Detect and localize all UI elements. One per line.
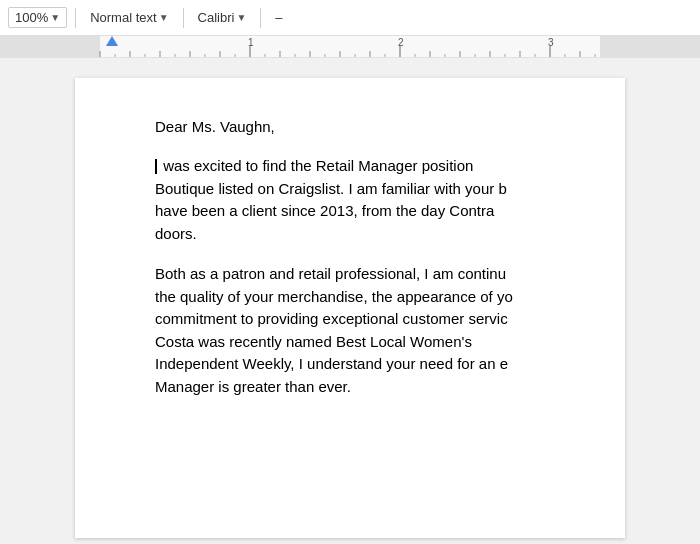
minus-button[interactable]: –: [269, 8, 288, 27]
zoom-value: 100%: [15, 10, 48, 25]
svg-rect-2: [600, 36, 700, 58]
zoom-chevron: ▼: [50, 12, 60, 23]
font-label: Calibri: [198, 10, 235, 25]
font-selector[interactable]: Calibri ▼: [192, 8, 253, 27]
document-container: Dear Ms. Vaughn, was excited to find the…: [0, 58, 700, 544]
svg-text:1: 1: [248, 37, 254, 48]
toolbar-divider-1: [75, 8, 76, 28]
toolbar-divider-3: [260, 8, 261, 28]
svg-text:2: 2: [398, 37, 404, 48]
salutation: Dear Ms. Vaughn,: [155, 118, 575, 135]
style-label: Normal text: [90, 10, 156, 25]
font-chevron: ▼: [236, 12, 246, 23]
paragraph-2: Both as a patron and retail professional…: [155, 263, 575, 398]
ruler: 1 2 3: [0, 36, 700, 58]
text-cursor: [155, 159, 157, 174]
style-chevron: ▼: [159, 12, 169, 23]
zoom-selector[interactable]: 100% ▼: [8, 7, 67, 28]
document-page[interactable]: Dear Ms. Vaughn, was excited to find the…: [75, 78, 625, 538]
paragraph-1: was excited to find the Retail Manager p…: [155, 155, 575, 245]
toolbar-divider-2: [183, 8, 184, 28]
ruler-svg: 1 2 3: [0, 36, 700, 58]
svg-rect-1: [0, 36, 100, 58]
svg-text:3: 3: [548, 37, 554, 48]
style-selector[interactable]: Normal text ▼: [84, 8, 174, 27]
minus-label: –: [275, 10, 282, 25]
toolbar: 100% ▼ Normal text ▼ Calibri ▼ –: [0, 0, 700, 36]
